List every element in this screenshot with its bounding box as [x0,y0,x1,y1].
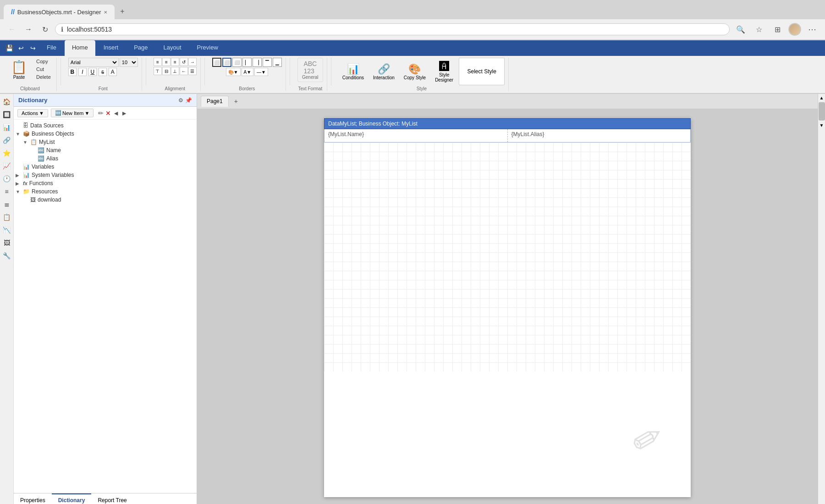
font-size-select[interactable]: 10 [120,58,138,67]
style-designer-button[interactable]: 🅰 Style Designer [431,59,457,84]
paste-button[interactable]: 📋 Paste [7,58,31,82]
conditions-button[interactable]: 📊 Conditions [339,61,368,82]
tab-page[interactable]: Page [126,40,155,56]
color-picker-button[interactable]: 🎨▼ [226,68,241,76]
border-style-button[interactable]: —▼ [254,68,268,76]
side-icon-clock[interactable]: 🕐 [1,173,13,185]
border-outer-button[interactable]: ⬜ [222,58,231,67]
profile-avatar[interactable] [788,23,801,36]
cut-button[interactable]: Cut [34,66,53,73]
side-icon-data[interactable]: 📊 [1,121,13,133]
bold-button[interactable]: B [68,68,77,76]
side-icon-image[interactable]: 🖼 [1,237,13,249]
tree-item-variables[interactable]: 📊 Variables [16,163,195,171]
actions-button[interactable]: Actions ▼ [17,109,48,117]
refresh-button[interactable]: ↻ [38,23,51,36]
align-bottom-button[interactable]: ⊥ [171,67,179,75]
underline-button[interactable]: U [88,68,97,76]
indent-decrease-button[interactable]: ← [180,67,188,75]
new-tab-button[interactable]: + [115,4,130,19]
favorites-button[interactable]: ☆ [752,22,766,37]
tab-home[interactable]: Home [65,40,95,56]
side-icon-shapes[interactable]: 🔲 [1,109,13,121]
dictionary-pin-icon[interactable]: 📌 [185,97,192,104]
tree-item-system-variables[interactable]: ▶ 📊 System Variables [16,171,195,179]
font-family-select[interactable]: Arial [68,58,119,67]
copy-button[interactable]: Copy [34,58,53,65]
page-sheet: DataMyList; Business Object: MyList {MyL… [324,118,691,497]
more-options-button[interactable]: ⋯ [805,22,820,37]
side-icon-bar[interactable]: 📉 [1,224,13,236]
tab-insert[interactable]: Insert [96,40,126,56]
active-tab[interactable]: // BusinessObjects.mrt - Designer × [4,5,115,19]
side-icon-tools[interactable]: 🔧 [1,250,13,262]
arrow-right-icon[interactable]: ► [121,110,127,117]
general-button[interactable]: ABC123 General [297,58,323,82]
save-icon-button[interactable]: 💾 [4,43,15,54]
interaction-button[interactable]: 🔗 Interaction [369,61,398,82]
tab-preview[interactable]: Preview [190,40,226,56]
select-style-button[interactable]: Select Style [459,58,505,85]
font-color-button[interactable]: A [109,68,117,76]
edit-item-icon[interactable]: ✏ [98,110,104,117]
tree-item-functions[interactable]: ▶ fx Functions [16,179,195,187]
redo-button[interactable]: ↪ [28,43,38,54]
tree-item-business-objects[interactable]: ▼ 📦 Business Objects [16,130,195,138]
tree-item-data-sources[interactable]: 🗄 Data Sources [16,121,195,130]
address-text[interactable]: localhost:50513 [67,26,724,33]
align-middle-button[interactable]: ⊟ [162,67,170,75]
border-top-button[interactable]: ▔ [263,58,272,67]
scroll-down-button[interactable]: ▼ [818,121,825,129]
border-right-button[interactable]: ▕ [253,58,262,67]
italic-button[interactable]: I [78,68,87,76]
side-icon-link[interactable]: 🔗 [1,134,13,146]
copy-style-button[interactable]: 🎨 Copy Style [400,61,429,82]
search-button[interactable]: 🔍 [733,22,748,37]
border-bottom-button[interactable]: ▁ [273,58,282,67]
side-icon-home[interactable]: 🏠 [1,96,13,108]
tree-item-download[interactable]: 🖼 download [16,196,195,204]
new-item-button[interactable]: 🆕 New Item ▼ [51,109,94,117]
back-button[interactable]: ← [6,23,18,36]
collections-button[interactable]: ⊞ [770,22,785,37]
rotate-button[interactable]: ↺ [180,58,188,66]
delete-item-icon[interactable]: ✕ [105,110,111,117]
align-top-button[interactable]: ⊤ [154,67,162,75]
scroll-up-button[interactable]: ▲ [818,94,825,101]
side-icon-list1[interactable]: ≡ [1,186,13,197]
align-right-button[interactable]: ≡ [171,58,179,66]
border-none-button[interactable]: ⬜ [232,58,242,67]
tree-item-alias[interactable]: 🔤 Alias [16,154,195,163]
side-icon-chart[interactable]: 📈 [1,160,13,172]
delete-button[interactable]: Delete [34,73,53,81]
strikethrough-button[interactable]: S̶ [99,68,107,76]
border-all-button[interactable]: ⬜ [212,58,221,67]
tree-item-resources[interactable]: ▼ 📁 Resources [16,187,195,196]
tree-item-name[interactable]: 🔤 Name [16,146,195,154]
side-icon-list2[interactable]: ≣ [1,198,13,210]
tab-file[interactable]: File [39,40,64,56]
undo-button[interactable]: ↩ [16,43,27,54]
tab-layout[interactable]: Layout [156,40,189,56]
tab-report-tree[interactable]: Report Tree [91,493,133,504]
border-left-button[interactable]: ▏ [242,58,252,67]
tree-item-mylist[interactable]: ▼ 📋 MyList [16,138,195,146]
canvas-tab-page1[interactable]: Page1 [201,96,229,107]
dictionary-settings-icon[interactable]: ⚙ [178,97,183,104]
data-sources-label: Data Sources [30,122,64,129]
side-icon-table[interactable]: 📋 [1,211,13,223]
functions-icon: fx [23,181,28,186]
arrow-left-icon[interactable]: ◄ [113,110,119,117]
add-page-button[interactable]: + [231,96,242,107]
tab-properties[interactable]: Properties [14,493,52,504]
forward-button[interactable]: → [22,23,35,36]
tab-dictionary[interactable]: Dictionary [52,493,92,504]
indent-increase-button[interactable]: → [188,58,197,66]
side-icon-star[interactable]: ⭐ [1,147,13,159]
align-left-button[interactable]: ≡ [154,58,162,66]
list-button[interactable]: ☰ [188,67,197,75]
scroll-thumb[interactable] [819,102,825,121]
fill-color-button[interactable]: A▼ [242,68,254,76]
align-center-button[interactable]: ≡ [162,58,170,66]
tab-close-button[interactable]: × [104,9,108,16]
